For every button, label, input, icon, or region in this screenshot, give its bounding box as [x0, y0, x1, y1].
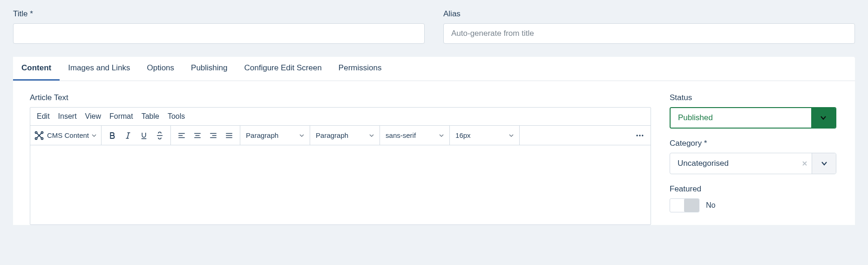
- status-value: Published: [671, 108, 811, 128]
- svg-point-3: [41, 137, 43, 139]
- title-label: Title *: [13, 9, 425, 19]
- block-format-value-1: Paragraph: [246, 131, 278, 139]
- tab-configure-edit-screen[interactable]: Configure Edit Screen: [236, 57, 330, 81]
- block-format-value-2: Paragraph: [316, 131, 348, 139]
- close-icon: [802, 161, 807, 166]
- block-format-select-2[interactable]: Paragraph: [310, 126, 380, 145]
- svg-point-22: [639, 135, 640, 136]
- font-family-select[interactable]: sans-serif: [380, 126, 450, 145]
- block-format-select-1[interactable]: Paragraph: [240, 126, 310, 145]
- status-dropdown-button[interactable]: [811, 108, 835, 128]
- menu-tools[interactable]: Tools: [168, 112, 185, 121]
- alias-label: Alias: [443, 9, 855, 19]
- featured-value: No: [706, 201, 715, 210]
- chevron-down-icon: [509, 133, 514, 138]
- alias-input[interactable]: [443, 23, 855, 44]
- bold-button[interactable]: [104, 128, 120, 143]
- italic-button[interactable]: [120, 128, 136, 143]
- joomla-icon: [34, 130, 44, 141]
- tab-options[interactable]: Options: [138, 57, 183, 81]
- menu-format[interactable]: Format: [109, 112, 133, 121]
- chevron-down-icon: [369, 133, 374, 138]
- tab-bar: Content Images and Links Options Publish…: [13, 57, 855, 81]
- category-value: Uncategorised: [670, 153, 798, 174]
- menu-table[interactable]: Table: [142, 112, 159, 121]
- menu-view[interactable]: View: [85, 112, 101, 121]
- cms-content-dropdown[interactable]: CMS Content: [30, 126, 102, 145]
- featured-toggle[interactable]: [670, 198, 699, 212]
- category-select[interactable]: Uncategorised: [670, 153, 836, 174]
- status-select[interactable]: Published: [670, 107, 836, 129]
- tab-images-links[interactable]: Images and Links: [60, 57, 138, 81]
- status-label: Status: [670, 93, 836, 102]
- chevron-down-icon: [439, 133, 444, 138]
- align-justify-button[interactable]: [221, 128, 237, 143]
- title-input[interactable]: [13, 23, 425, 44]
- svg-point-21: [637, 135, 638, 136]
- editor-container: Edit Insert View Format Table Tools: [30, 107, 651, 225]
- chevron-down-icon: [299, 133, 304, 138]
- font-size-select[interactable]: 16px: [450, 126, 520, 145]
- align-right-button[interactable]: [205, 128, 221, 143]
- menu-insert[interactable]: Insert: [58, 112, 77, 121]
- chevron-down-icon: [820, 114, 827, 122]
- strikethrough-button[interactable]: [152, 128, 168, 143]
- category-clear-button[interactable]: [798, 153, 812, 174]
- category-label: Category *: [670, 139, 836, 148]
- editor-textarea[interactable]: [30, 145, 651, 224]
- chevron-down-icon: [92, 133, 96, 138]
- svg-point-2: [35, 137, 37, 139]
- underline-button[interactable]: [136, 128, 152, 143]
- svg-line-6: [128, 133, 129, 138]
- category-dropdown-button[interactable]: [812, 153, 836, 174]
- more-button[interactable]: [632, 128, 648, 143]
- svg-point-0: [35, 131, 37, 133]
- svg-point-23: [642, 135, 643, 136]
- menu-edit[interactable]: Edit: [37, 112, 50, 121]
- chevron-down-icon: [821, 160, 828, 167]
- article-text-label: Article Text: [30, 93, 651, 102]
- svg-point-1: [41, 131, 43, 133]
- featured-label: Featured: [670, 184, 836, 194]
- cms-content-label: CMS Content: [47, 131, 89, 139]
- font-size-value: 16px: [455, 131, 471, 139]
- tab-permissions[interactable]: Permissions: [330, 57, 390, 81]
- align-center-button[interactable]: [190, 128, 205, 143]
- tab-content[interactable]: Content: [13, 57, 60, 81]
- tab-publishing[interactable]: Publishing: [183, 57, 236, 81]
- toggle-knob: [684, 199, 699, 212]
- font-family-value: sans-serif: [386, 131, 416, 139]
- align-left-button[interactable]: [174, 128, 190, 143]
